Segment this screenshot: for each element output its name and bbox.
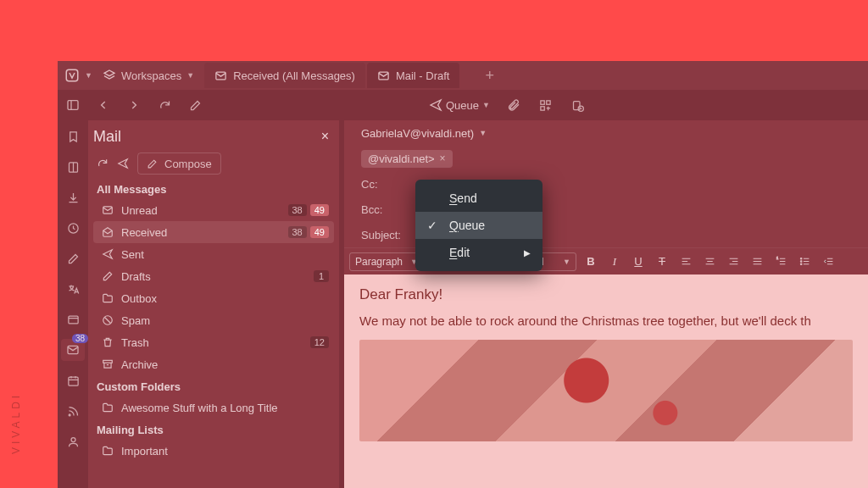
reader-panel-icon[interactable] — [61, 156, 85, 178]
nav-forward-button[interactable] — [120, 93, 147, 117]
calendar-panel-icon[interactable] — [61, 369, 85, 391]
svg-rect-3 — [68, 101, 78, 110]
send-icon — [102, 248, 114, 260]
svg-rect-0 — [66, 69, 78, 81]
folder-awesome-stuff-with-a-long-title[interactable]: Awesome Stuff with a Long Title — [93, 396, 334, 419]
insert-button[interactable] — [532, 93, 559, 117]
align-right-button[interactable] — [724, 252, 743, 271]
edit-icon — [102, 270, 114, 282]
folder-unread[interactable]: Unread3849 — [93, 199, 334, 221]
chevron-down-icon: ▼ — [563, 258, 570, 266]
spam-icon — [102, 314, 114, 326]
embedded-image — [359, 340, 853, 441]
compose-button[interactable]: Compose — [137, 152, 221, 175]
panel-toggle-button[interactable] — [59, 93, 86, 117]
folder-received[interactable]: Received3849 — [93, 221, 334, 243]
folder-important[interactable]: Important — [93, 440, 334, 462]
menu-item-edit[interactable]: Edit ▶ — [415, 239, 542, 266]
underline-button[interactable]: U — [629, 252, 648, 271]
block-format-dropdown[interactable]: Paragraph▼ — [349, 252, 424, 271]
folder-icon — [102, 402, 114, 413]
svg-rect-18 — [103, 360, 113, 363]
close-panel-button[interactable]: × — [316, 129, 334, 144]
svg-point-21 — [800, 261, 802, 263]
tab-draft[interactable]: Mail - Draft — [367, 63, 460, 88]
bookmarks-panel-icon[interactable] — [61, 125, 85, 147]
attach-button[interactable] — [500, 93, 527, 117]
folder-trash[interactable]: Trash12 — [93, 331, 334, 353]
svg-rect-13 — [68, 377, 77, 385]
folder-label: Spam — [121, 314, 329, 327]
app-window: ▼ Workspaces ▼ Received (All Messages) M… — [58, 61, 868, 488]
folder-label: Awesome Stuff with a Long Title — [121, 402, 329, 414]
outdent-button[interactable] — [819, 252, 837, 271]
from-account-dropdown[interactable]: GabrielaV@vivaldi.net) ▼ — [361, 127, 487, 140]
folder-sent[interactable]: Sent — [93, 243, 334, 265]
svg-text:1: 1 — [776, 257, 778, 260]
queue-split-button[interactable]: Queue ▼ — [424, 94, 495, 116]
tab-label: Mail - Draft — [396, 69, 450, 82]
compose-editor: GabrielaV@vivaldi.net) ▼ @vivaldi.net> ×… — [344, 120, 868, 488]
folder-label: Sent — [121, 248, 329, 261]
app-menu-caret-icon: ▼ — [85, 71, 92, 80]
folder-drafts[interactable]: Drafts1 — [93, 265, 334, 287]
sync-button[interactable] — [97, 158, 108, 169]
app-menu-button[interactable] — [61, 64, 83, 86]
send-queued-button[interactable] — [117, 158, 129, 169]
folder-outbox[interactable]: Outbox — [93, 287, 334, 309]
menu-item-queue[interactable]: ✓ Queue — [415, 212, 542, 239]
strike-button[interactable]: T — [653, 252, 671, 271]
contacts-panel-icon[interactable] — [61, 430, 85, 452]
recipient-chip[interactable]: @vivaldi.net> × — [361, 150, 453, 168]
tab-label: Received (All Messages) — [233, 69, 355, 82]
queue-dropdown-menu: Send ✓ Queue Edit ▶ — [415, 180, 542, 271]
mail-panel-icon[interactable]: 38 — [61, 339, 85, 361]
menu-item-send[interactable]: Send — [415, 185, 542, 212]
history-panel-icon[interactable] — [61, 217, 85, 239]
svg-rect-7 — [574, 101, 581, 109]
sidebar-title: Mail — [93, 128, 121, 146]
refresh-button[interactable] — [151, 93, 178, 117]
notes-panel-icon[interactable] — [61, 247, 85, 269]
folder-label: Received — [121, 226, 281, 239]
svg-rect-4 — [541, 100, 544, 103]
bold-button[interactable]: B — [581, 252, 600, 271]
folder-spam[interactable]: Spam — [93, 309, 334, 331]
feeds-panel-icon[interactable] — [61, 400, 85, 422]
discard-button[interactable] — [565, 93, 592, 117]
compose-toolbar-button[interactable] — [181, 93, 209, 117]
folder-archive[interactable]: Archive — [93, 353, 334, 375]
mail-icon — [214, 69, 227, 82]
side-iconbar: 38 — [58, 120, 88, 488]
unordered-list-button[interactable] — [795, 252, 814, 271]
window-panel-icon[interactable] — [61, 308, 85, 330]
submenu-arrow-icon: ▶ — [524, 248, 531, 258]
new-tab-button[interactable]: + — [485, 67, 494, 85]
message-body[interactable]: Dear Franky! We may not be able to rock … — [344, 274, 868, 488]
chevron-down-icon: ▼ — [482, 101, 490, 109]
count-badge: 49 — [310, 226, 329, 238]
folder-label: Drafts — [121, 270, 306, 283]
folder-label: Unread — [121, 204, 281, 217]
ordered-list-button[interactable]: 1 — [771, 252, 790, 271]
align-justify-button[interactable] — [748, 252, 766, 271]
workspaces-button[interactable]: Workspaces ▼ — [94, 64, 203, 86]
nav-back-button[interactable] — [90, 93, 117, 117]
folder-icon — [102, 445, 114, 457]
count-badge: 38 — [288, 226, 307, 238]
mail-icon — [377, 69, 390, 82]
folder-icon — [102, 292, 114, 304]
remove-recipient-icon[interactable]: × — [440, 152, 446, 164]
recipient-text: @vivaldi.net> — [368, 152, 435, 165]
folder-label: Important — [121, 445, 329, 458]
align-center-button[interactable] — [700, 252, 719, 271]
align-left-button[interactable] — [676, 252, 695, 271]
italic-button[interactable]: I — [605, 252, 624, 271]
mail-open-icon — [102, 226, 114, 238]
tab-received[interactable]: Received (All Messages) — [204, 63, 365, 88]
folder-label: Outbox — [121, 292, 329, 305]
svg-point-20 — [800, 258, 802, 259]
downloads-panel-icon[interactable] — [61, 186, 85, 208]
count-badge: 49 — [310, 204, 329, 216]
translate-panel-icon[interactable] — [61, 278, 85, 300]
